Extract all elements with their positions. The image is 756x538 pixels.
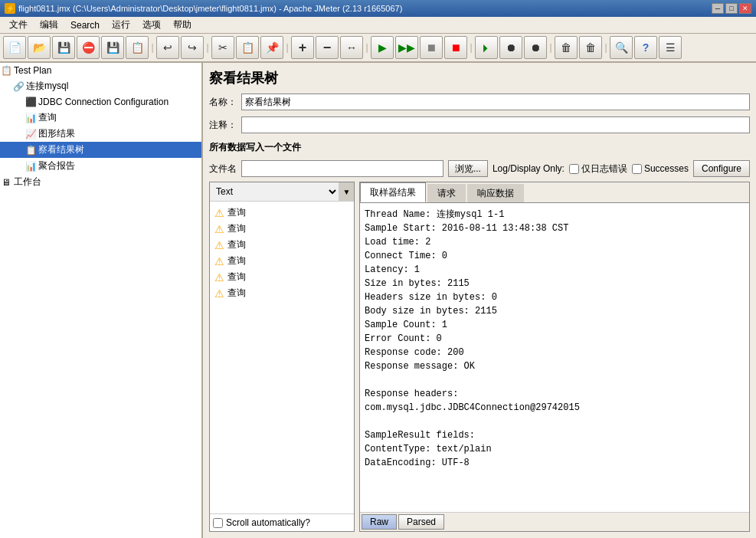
- tree-item-query[interactable]: 📊 查询: [0, 110, 201, 126]
- stop-now-button[interactable]: ⏹: [444, 36, 467, 59]
- save2-button[interactable]: 💾: [101, 36, 124, 59]
- tree-item-label: 连接mysql: [26, 80, 68, 93]
- tree-item-jdbc-config[interactable]: ⬛ JDBC Connection Configuration: [0, 94, 201, 110]
- tab-request[interactable]: 请求: [427, 184, 466, 202]
- clear-button[interactable]: 🗑: [555, 36, 578, 59]
- menubar: 文件 编辑 Search 运行 选项 帮助: [0, 17, 756, 34]
- cut-button[interactable]: ✂: [211, 36, 234, 59]
- name-row: 名称：: [209, 93, 750, 110]
- result-item-label: 查询: [227, 222, 246, 235]
- paste-button[interactable]: 📌: [260, 36, 283, 59]
- warning-icon: ⚠: [214, 287, 224, 300]
- tree-item-workbench[interactable]: 🖥 工作台: [0, 174, 201, 190]
- log-errors-label: 仅日志错误: [581, 162, 627, 176]
- undo-button[interactable]: ↩: [156, 36, 179, 59]
- browse-button[interactable]: 浏览...: [448, 160, 488, 177]
- successes-checkbox[interactable]: Successes: [632, 163, 689, 174]
- remote-stop2-button[interactable]: ⏺: [524, 36, 547, 59]
- tree-item-test-plan[interactable]: 📋 Test Plan: [0, 63, 201, 78]
- result-line: Latency: 1: [365, 263, 745, 277]
- result-line-empty: [365, 415, 745, 428]
- new-button[interactable]: 📄: [3, 36, 26, 59]
- list-item[interactable]: ⚠ 查询: [211, 237, 352, 253]
- menu-search[interactable]: Search: [64, 18, 106, 32]
- redo-button[interactable]: ↪: [181, 36, 204, 59]
- stop-record-button[interactable]: ⛔: [77, 36, 100, 59]
- scroll-auto-checkbox[interactable]: [213, 518, 223, 528]
- export-button[interactable]: 📋: [126, 36, 149, 59]
- all-data-section: 所有数据写入一个文件: [209, 141, 750, 154]
- close-button[interactable]: ✕: [739, 3, 751, 14]
- scroll-auto-row: Scroll automatically?: [210, 513, 354, 531]
- menu-file[interactable]: 文件: [3, 17, 34, 33]
- result-line: Connect Time: 0: [365, 249, 745, 263]
- add-button[interactable]: +: [291, 36, 314, 59]
- save-button[interactable]: 💾: [52, 36, 75, 59]
- expand-button[interactable]: ↔: [340, 36, 363, 59]
- configure-button[interactable]: Configure: [693, 160, 750, 177]
- bottom-area: Text ▼ ⚠ 查询 ⚠ 查询 ⚠ 查询: [209, 182, 750, 532]
- result-line: com.mysql.jdbc.JDBC4Connection@29742015: [365, 401, 745, 415]
- log-errors-checkbox[interactable]: 仅日志错误: [569, 162, 627, 176]
- remote-run-button[interactable]: ⏵: [475, 36, 498, 59]
- warning-icon: ⚠: [214, 207, 224, 219]
- tree-item-connect-mysql[interactable]: 🔗 连接mysql: [0, 78, 201, 94]
- results-tree-dropdown[interactable]: Text: [210, 182, 339, 201]
- toolbar-sep-7: [604, 36, 608, 59]
- name-label: 名称：: [209, 96, 237, 109]
- list-item[interactable]: ⚠ 查询: [211, 269, 352, 285]
- successes-label: Successes: [644, 163, 689, 174]
- remote-stop-button[interactable]: ⏺: [499, 36, 522, 59]
- list-button[interactable]: ☰: [659, 36, 682, 59]
- file-row: 文件名 浏览... Log/Display Only: 仅日志错误 Succes…: [209, 160, 750, 177]
- copy-button[interactable]: 📋: [236, 36, 259, 59]
- tree-item-label: 图形结果: [38, 127, 75, 140]
- tab-parsed[interactable]: Parsed: [398, 514, 444, 530]
- result-line: Sample Start: 2016-08-11 13:48:38 CST: [365, 221, 745, 235]
- results-tree-header: Text ▼: [210, 182, 354, 202]
- result-line: ContentType: text/plain: [365, 442, 745, 456]
- menu-options[interactable]: 选项: [136, 17, 167, 33]
- tree-item-aggregate-report[interactable]: 📊 聚合报告: [0, 158, 201, 174]
- successes-input[interactable]: [632, 164, 642, 174]
- result-line: Size in bytes: 2115: [365, 277, 745, 290]
- tree-item-result-tree[interactable]: 📋 察看结果树: [0, 142, 201, 158]
- comment-input[interactable]: [241, 116, 750, 133]
- stop-button[interactable]: ⏹: [420, 36, 443, 59]
- tab-response-data[interactable]: 响应数据: [467, 184, 524, 202]
- tab-sampler-results[interactable]: 取样器结果: [360, 182, 426, 202]
- file-input[interactable]: [241, 160, 443, 177]
- list-item[interactable]: ⚠ 查询: [211, 285, 352, 301]
- test-plan-icon: 📋: [0, 64, 12, 77]
- list-item[interactable]: ⚠ 查询: [211, 221, 352, 237]
- search-button[interactable]: 🔍: [610, 36, 633, 59]
- list-item[interactable]: ⚠ 查询: [211, 253, 352, 269]
- maximize-button[interactable]: □: [725, 3, 738, 14]
- result-line: DataEncoding: UTF-8: [365, 456, 745, 470]
- menu-edit[interactable]: 编辑: [34, 17, 64, 33]
- menu-help[interactable]: 帮助: [167, 17, 198, 33]
- name-input[interactable]: [241, 93, 750, 110]
- log-errors-input[interactable]: [569, 164, 579, 174]
- minimize-button[interactable]: ─: [712, 3, 724, 14]
- warning-icon: ⚠: [214, 223, 224, 235]
- dropdown-arrow-icon[interactable]: ▼: [339, 182, 354, 201]
- toolbar-sep-2: [205, 36, 210, 59]
- toolbar-sep-6: [548, 36, 553, 59]
- run-all-button[interactable]: ▶▶: [395, 36, 418, 59]
- result-line: Sample Count: 1: [365, 318, 745, 332]
- run-button[interactable]: ▶: [371, 36, 394, 59]
- tree-item-graph-result[interactable]: 📈 图形结果: [0, 126, 201, 142]
- panel-title: 察看结果树: [209, 69, 750, 87]
- warning-icon: ⚠: [214, 255, 224, 267]
- remove-button[interactable]: −: [316, 36, 339, 59]
- tab-raw[interactable]: Raw: [362, 514, 397, 530]
- open-button[interactable]: 📂: [28, 36, 51, 59]
- menu-run[interactable]: 运行: [106, 17, 136, 33]
- result-line: Headers size in bytes: 0: [365, 290, 745, 304]
- left-panel: 📋 Test Plan 🔗 连接mysql ⬛ JDBC Connection …: [0, 63, 203, 538]
- clear-all-button[interactable]: 🗑: [579, 36, 602, 59]
- workbench-icon: 🖥: [0, 176, 12, 189]
- list-item[interactable]: ⚠ 查询: [211, 205, 352, 221]
- help-button[interactable]: ?: [634, 36, 657, 59]
